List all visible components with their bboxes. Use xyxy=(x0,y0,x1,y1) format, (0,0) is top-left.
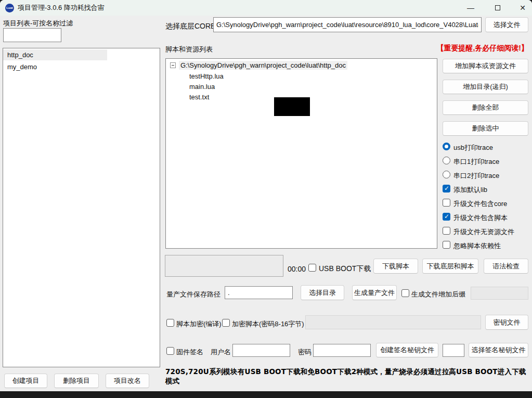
upgrade-include-core-label: 升级文件包含core xyxy=(453,199,507,209)
important-notice: 【重要提醒,务必仔细阅读!】 xyxy=(436,44,528,53)
firmware-sign-checkbox[interactable] xyxy=(166,347,174,355)
username-input[interactable] xyxy=(232,344,290,357)
core-path-label: 选择底层CORE xyxy=(165,22,215,31)
maximize-icon xyxy=(495,5,500,10)
script-compile-checkbox[interactable] xyxy=(166,319,174,327)
syntax-check-button[interactable]: 语法检查 xyxy=(484,259,528,274)
upgrade-include-core-checkbox[interactable] xyxy=(443,199,450,207)
batch-path-input[interactable] xyxy=(225,286,293,299)
usb-trace-radio[interactable] xyxy=(443,143,450,150)
delete-all-button[interactable]: 删除全部 xyxy=(443,100,528,115)
redacted-block xyxy=(274,97,310,116)
add-suffix-checkbox[interactable] xyxy=(401,289,409,297)
uart2-trace-label: 串口2打印trace xyxy=(453,171,499,181)
batch-path-label: 量产文件保存路径 xyxy=(166,290,220,299)
app-logo-icon: Luat xyxy=(5,4,14,12)
tree-file-node[interactable]: testHttp.lua xyxy=(189,72,224,80)
title-bar: Luat 项目管理-3.0.6 降功耗找合宙 — ✕ xyxy=(0,0,532,16)
usb-boot-label: USB BOOT下载 xyxy=(319,264,371,274)
password-label: 密码 xyxy=(298,348,312,357)
uart1-trace-label: 串口1打印trace xyxy=(453,157,499,166)
key-file-button[interactable]: 密钥文件 xyxy=(485,315,528,330)
usb-trace-label: usb打印trace xyxy=(453,143,493,152)
project-filter-input[interactable] xyxy=(3,28,61,42)
create-sign-key-button[interactable]: 创建签名秘钥文件 xyxy=(376,343,438,357)
maximize-button[interactable] xyxy=(489,0,507,16)
add-script-file-button[interactable]: 增加脚本或资源文件 xyxy=(443,59,528,73)
tree-root-node[interactable]: G:\SynologyDrive\pgh_warn\project_code\l… xyxy=(179,61,347,70)
tree-file-node[interactable]: test.txt xyxy=(189,93,209,101)
uart1-trace-radio[interactable] xyxy=(443,157,450,164)
add-directory-button[interactable]: 增加目录(递归) xyxy=(443,80,528,94)
core-path-input[interactable] xyxy=(213,17,482,32)
default-lib-checkbox[interactable] xyxy=(443,185,450,192)
suffix-input[interactable] xyxy=(471,287,528,300)
default-lib-label: 添加默认lib xyxy=(453,185,487,195)
choose-core-file-button[interactable]: 选择文件 xyxy=(485,17,528,32)
choose-sign-key-button[interactable]: 选择签名秘钥文件 xyxy=(469,343,528,357)
encrypt-script-label: 加密脚本(密码8-16字节) xyxy=(232,319,304,329)
encrypt-password-input[interactable] xyxy=(305,315,481,329)
password-input[interactable] xyxy=(313,344,371,357)
usb-boot-checkbox[interactable] xyxy=(308,264,316,272)
script-list-header: 脚本和资源列表 xyxy=(165,45,213,54)
project-list[interactable]: http_doc my_demo xyxy=(3,48,160,367)
project-list-item[interactable]: http_doc xyxy=(3,49,107,60)
project-list-header: 项目列表-可按名称过滤 xyxy=(3,19,73,28)
status-note: 720S,720U系列模块有USB BOOT下载和免BOOT下载2种模式，量产烧… xyxy=(165,367,532,386)
choose-directory-button[interactable]: 选择目录 xyxy=(301,285,344,300)
upgrade-no-resource-checkbox[interactable] xyxy=(443,227,450,235)
delete-selected-button[interactable]: 删除选中 xyxy=(443,121,528,136)
project-list-item[interactable]: my_demo xyxy=(3,61,160,72)
encrypt-script-checkbox[interactable] xyxy=(222,319,230,327)
sign-extra-input[interactable] xyxy=(443,344,464,357)
app-window: Luat 项目管理-3.0.6 降功耗找合宙 — ✕ 项目列表-可按名称过滤 h… xyxy=(0,0,532,391)
progress-box xyxy=(165,255,283,277)
firmware-sign-label: 固件签名 xyxy=(176,348,203,357)
username-label: 用户名 xyxy=(211,348,231,357)
ignore-dependency-label: 忽略脚本依赖性 xyxy=(453,241,501,251)
add-suffix-label: 生成文件增加后缀 xyxy=(411,290,465,299)
ignore-dependency-checkbox[interactable] xyxy=(443,241,450,249)
window-title: 项目管理-3.0.6 降功耗找合宙 xyxy=(18,0,105,16)
script-compile-label: 脚本加密(编译) xyxy=(176,319,222,329)
create-project-button[interactable]: 创建项目 xyxy=(4,374,47,388)
generate-batch-file-button[interactable]: 生成量产文件 xyxy=(352,285,397,300)
download-script-button[interactable]: 下载脚本 xyxy=(373,259,418,274)
upgrade-include-script-checkbox[interactable] xyxy=(443,213,450,221)
rename-project-button[interactable]: 项目改名 xyxy=(106,374,149,388)
tree-file-node[interactable]: main.lua xyxy=(189,83,215,91)
minimize-button[interactable]: — xyxy=(462,0,479,16)
script-resource-tree[interactable]: G:\SynologyDrive\pgh_warn\project_code\l… xyxy=(165,58,437,249)
tree-collapse-icon[interactable] xyxy=(170,62,176,68)
upgrade-no-resource-label: 升级文件无资源文件 xyxy=(453,227,514,237)
close-button[interactable]: ✕ xyxy=(514,0,531,16)
uart2-trace-radio[interactable] xyxy=(443,171,450,178)
download-core-script-button[interactable]: 下载底层和脚本 xyxy=(422,259,478,274)
upgrade-include-script-label: 升级文件包含脚本 xyxy=(453,213,508,223)
delete-project-button[interactable]: 删除项目 xyxy=(54,374,99,388)
timer-text: 00:00 xyxy=(288,265,306,273)
